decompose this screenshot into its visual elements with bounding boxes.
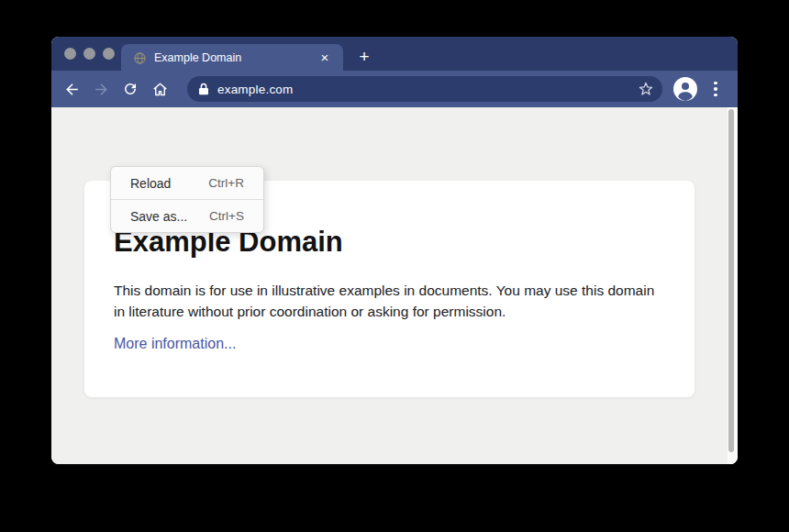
browser-menu-icon[interactable] (705, 78, 727, 100)
menu-item-label: Reload (130, 176, 171, 191)
globe-favicon-icon (134, 51, 146, 63)
tab-title: Example Domain (154, 51, 317, 64)
home-icon[interactable] (149, 78, 171, 100)
menu-item-save-as[interactable]: Save as... Ctrl+S (111, 200, 263, 232)
menu-item-shortcut: Ctrl+S (209, 209, 244, 223)
profile-avatar-icon[interactable] (673, 77, 697, 101)
traffic-lights (64, 48, 115, 60)
toolbar: example.com (51, 71, 738, 107)
titlebar: Example Domain × + (51, 37, 738, 71)
close-window-button[interactable] (64, 48, 76, 60)
address-bar[interactable]: example.com (187, 76, 662, 102)
lock-icon (198, 83, 209, 95)
page-paragraph: This domain is for use in illustrative e… (114, 280, 657, 323)
context-menu: Reload Ctrl+R Save as... Ctrl+S (110, 166, 264, 233)
browser-window: Example Domain × + examp (51, 37, 738, 464)
scrollbar-track (728, 107, 738, 464)
tab-example-domain[interactable]: Example Domain × (121, 44, 343, 71)
scrollbar-thumb[interactable] (728, 109, 734, 452)
menu-item-shortcut: Ctrl+R (208, 176, 244, 190)
menu-item-reload[interactable]: Reload Ctrl+R (111, 167, 263, 199)
tab-close-icon[interactable]: × (317, 50, 332, 64)
back-icon[interactable] (61, 78, 83, 100)
menu-item-label: Save as... (130, 209, 187, 224)
minimize-window-button[interactable] (83, 48, 95, 60)
new-tab-button[interactable]: + (354, 44, 374, 71)
forward-icon[interactable] (90, 78, 112, 100)
bookmark-star-icon[interactable] (638, 81, 654, 97)
page-viewport: Example Domain This domain is for use in… (51, 107, 738, 464)
more-information-link[interactable]: More information... (114, 336, 236, 352)
url-text[interactable]: example.com (217, 83, 638, 96)
maximize-window-button[interactable] (103, 48, 115, 60)
reload-icon[interactable] (119, 78, 141, 100)
